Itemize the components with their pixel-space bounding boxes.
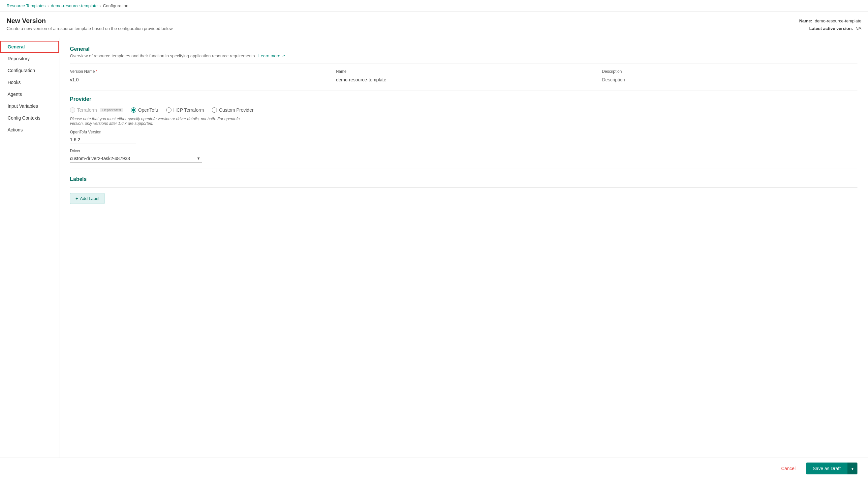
meta-version-value: NA <box>856 26 861 31</box>
sidebar-item-agents[interactable]: Agents <box>0 88 59 100</box>
radio-custom-provider-label: Custom Provider <box>219 107 253 113</box>
chevron-down-icon: ▼ <box>851 467 854 471</box>
provider-note: Please note that you must either specify… <box>70 116 255 126</box>
main-content: General Overview of resource templates a… <box>59 38 868 474</box>
meta-name: Name: demo-resource-template <box>799 17 861 25</box>
add-label-button[interactable]: + Add Label <box>70 193 105 204</box>
meta-name-value: demo-resource-template <box>814 19 861 23</box>
learn-more-link[interactable]: Learn more ↗ <box>258 54 285 58</box>
save-draft-button[interactable]: Save as Draft <box>806 463 847 474</box>
top-bar: Resource Templates › demo-resource-templ… <box>0 0 868 12</box>
general-section-header: General Overview of resource templates a… <box>70 46 858 58</box>
radio-opentofu-label: OpenTofu <box>138 107 158 113</box>
breadcrumb-sep-1: › <box>48 4 49 8</box>
name-input[interactable] <box>336 76 592 84</box>
page-header-left: New Version Create a new version of a re… <box>7 17 173 31</box>
divider-3 <box>70 168 858 168</box>
sidebar-item-general[interactable]: General <box>0 41 59 53</box>
save-draft-group: Save as Draft ▼ <box>806 463 858 474</box>
driver-select[interactable]: custom-driver2-task2-487933 <box>70 155 202 163</box>
general-section-title: General <box>70 46 858 52</box>
radio-hcp-terraform-label: HCP Terraform <box>174 107 204 113</box>
divider-2 <box>70 91 858 91</box>
form-group-version-name: Version Name * <box>70 69 326 84</box>
name-label: Name <box>336 69 592 74</box>
radio-terraform-label: Terraform <box>77 107 97 113</box>
provider-radio-group: Terraform Deprecated OpenTofu HCP Terraf… <box>70 107 858 113</box>
sidebar-item-repository[interactable]: Repository <box>0 53 59 65</box>
labels-section-title: Labels <box>70 176 858 182</box>
page-header: New Version Create a new version of a re… <box>0 12 868 38</box>
sidebar-item-actions[interactable]: Actions <box>0 124 59 136</box>
page-title: New Version <box>7 17 173 25</box>
breadcrumb-sep-2: › <box>100 4 101 8</box>
general-section-desc: Overview of resource templates and their… <box>70 54 858 58</box>
radio-option-opentofu[interactable]: OpenTofu <box>131 107 158 113</box>
sidebar-item-hooks[interactable]: Hooks <box>0 76 59 88</box>
breadcrumb: Resource Templates › demo-resource-templ… <box>7 3 861 8</box>
breadcrumb-configuration: Configuration <box>103 3 128 8</box>
page-header-right: Name: demo-resource-template Latest acti… <box>799 17 861 33</box>
meta-name-label: Name: <box>799 19 812 23</box>
radio-custom-provider[interactable] <box>212 107 217 113</box>
labels-section: Labels + Add Label <box>70 176 858 204</box>
provider-section-title: Provider <box>70 96 858 102</box>
opentofu-version-input[interactable] <box>70 136 136 144</box>
page-description: Create a new version of a resource templ… <box>7 26 173 31</box>
required-star: * <box>96 69 97 74</box>
provider-section: Provider Terraform Deprecated OpenTofu H… <box>70 96 858 163</box>
meta-version: Latest active version: NA <box>799 25 861 32</box>
radio-option-hcp-terraform[interactable]: HCP Terraform <box>166 107 204 113</box>
divider-labels <box>70 187 858 188</box>
breadcrumb-demo-resource[interactable]: demo-resource-template <box>51 3 98 8</box>
save-draft-chevron-button[interactable]: ▼ <box>847 463 858 474</box>
footer-bar: Cancel Save as Draft ▼ <box>0 457 868 474</box>
radio-option-terraform[interactable]: Terraform Deprecated <box>70 107 123 113</box>
driver-label: Driver <box>70 148 858 153</box>
version-name-label: Version Name * <box>70 69 326 74</box>
radio-hcp-terraform[interactable] <box>166 107 172 113</box>
version-name-input[interactable] <box>70 76 326 84</box>
main-layout: General Repository Configuration Hooks A… <box>0 38 868 474</box>
description-input[interactable] <box>602 76 858 84</box>
deprecated-badge: Deprecated <box>100 108 123 112</box>
form-row-names: Version Name * Name Description <box>70 69 858 84</box>
cancel-button[interactable]: Cancel <box>776 463 801 474</box>
opentofu-version-label: OpenTofu Version <box>70 130 858 134</box>
divider-1 <box>70 64 858 64</box>
meta-version-label: Latest active version: <box>809 26 853 31</box>
breadcrumb-resource-templates[interactable]: Resource Templates <box>7 3 45 8</box>
plus-icon: + <box>75 196 78 201</box>
description-label: Description <box>602 69 858 74</box>
driver-select-wrapper: custom-driver2-task2-487933 ▼ <box>70 155 202 163</box>
add-label-button-text: Add Label <box>80 196 100 201</box>
sidebar: General Repository Configuration Hooks A… <box>0 38 59 474</box>
radio-terraform[interactable] <box>70 107 75 113</box>
radio-option-custom-provider[interactable]: Custom Provider <box>212 107 253 113</box>
radio-opentofu[interactable] <box>131 107 136 113</box>
sidebar-item-configuration[interactable]: Configuration <box>0 65 59 76</box>
sidebar-item-config-contexts[interactable]: Config Contexts <box>0 112 59 124</box>
form-group-description: Description <box>602 69 858 84</box>
form-group-name: Name <box>336 69 592 84</box>
sidebar-item-input-variables[interactable]: Input Variables <box>0 100 59 112</box>
